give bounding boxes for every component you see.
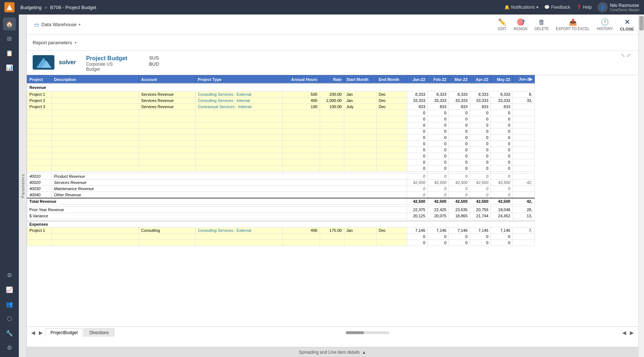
table-row: 00000 [27,110,535,116]
scrollbar-thumb[interactable] [639,16,644,30]
assign-button[interactable]: 🎯 ASSIGN [514,18,528,31]
sidebar-item-home[interactable]: 🏠 [3,17,16,30]
user-info[interactable]: 👤 Nils Rasmusse CoreDemo Master [598,2,640,12]
cell-may1[interactable]: 8,333 [491,91,513,98]
horizontal-scrollbar-thumb[interactable] [346,331,364,334]
cell-jan1[interactable]: 8,333 [407,91,427,98]
col-account: Account [139,75,196,84]
tab-project-budget[interactable]: ProjectBudget [45,328,83,337]
expand-icon-2[interactable]: ⤢ [627,52,631,58]
cell-end1[interactable]: Dec [376,91,407,98]
cell-jun1[interactable]: 8, [513,91,535,98]
vertical-scrollbar[interactable] [638,15,644,357]
left-sidebar: 🏠 ⊞ 📋 📊 ⚙ 📈 👥 ⬡ 🔧 ⚙ [0,15,19,357]
cell-project2[interactable]: Project 2 [27,98,52,104]
cell-mar3[interactable]: 833 [449,104,470,110]
cell-type2[interactable]: Consulting Services - Internal [196,98,283,104]
sidebar-item-tools[interactable]: 🔧 [3,327,16,340]
cell-jun3[interactable] [513,104,535,110]
cell-hours3[interactable]: 100 [283,104,320,110]
scroll-right-button[interactable]: ▶ [628,330,635,336]
sidebar-item-dashboard[interactable]: ⊞ [3,32,16,45]
cell-exp-acct1[interactable]: Consulting [139,227,196,234]
cell-exp-hours1[interactable]: 490 [283,227,320,234]
cell-mar2[interactable]: 33,333 [449,98,470,104]
prior-year-label: Prior Year Revenue [27,207,407,213]
grid-header-row: Project Description Account Project Type… [27,75,535,84]
edit-button[interactable]: ✏️ EDIT [498,18,506,31]
sidebar-item-api[interactable]: ⬡ [3,312,16,325]
cell-exp-end1[interactable]: Dec [376,227,407,234]
sidebar-item-users[interactable]: 👥 [3,298,16,311]
breadcrumb: Budgeting > B708 - Project Budget [20,5,96,10]
help-label: Help [583,5,592,10]
expand-icon-1[interactable]: ⤡ [621,52,625,58]
cell-may3[interactable]: 833 [491,104,513,110]
cell-feb1[interactable]: 8,333 [428,91,449,98]
delete-button[interactable]: 🗑 DELETE [534,19,549,31]
cell-exp-type1[interactable]: Consulting Services - External [196,227,283,234]
notifications-button[interactable]: 🔔 Notifications ▾ [504,5,538,10]
sidebar-item-chart[interactable]: 📈 [3,283,16,296]
spreading-bar[interactable]: Spreading and Line item details ▲ [27,347,638,357]
dw-arrow[interactable]: ▾ [79,22,81,26]
cell-acct2[interactable]: Services Revenue [139,98,196,104]
tab-directions[interactable]: Directions [84,328,114,337]
scroll-left-button[interactable]: ◀ [621,330,628,336]
cell-mar1[interactable]: 8,333 [449,91,470,98]
desc-40030: Maintenance Revenue [52,186,407,192]
cell-jun2[interactable]: 33, [513,98,535,104]
cell-end3[interactable]: Dec [376,104,407,110]
cell-feb2[interactable]: 33,333 [428,98,449,104]
cell-rate2[interactable]: 1,000.00 [320,98,344,104]
cell-rate3[interactable]: 100.00 [320,104,344,110]
cell-acct3[interactable]: Services Revenue [139,104,196,110]
cell-end2[interactable]: Dec [376,98,407,104]
history-button[interactable]: 🕐 HISTORY [597,18,613,31]
cell-acct1[interactable]: Services Revenue [139,91,196,98]
feedback-button[interactable]: 💬 Feedback [544,5,570,10]
cell-type1[interactable]: Consulting Services - External [196,91,283,98]
cell-project3[interactable]: Project 3 [27,104,52,110]
scrollbar-track[interactable] [639,16,644,357]
tab-next-button[interactable]: ▶ [37,330,44,336]
sidebar-item-data[interactable]: 📊 [3,61,16,74]
solver-logo-text: solver [59,59,76,66]
cell-start1[interactable]: Jan [344,91,376,98]
cell-hours1[interactable]: 500 [283,91,320,98]
dw-icon-toolbar: 🗃 [34,22,39,28]
tab-prev-button[interactable]: ◀ [30,330,37,336]
sidebar-item-settings[interactable]: ⚙ [3,341,16,354]
cell-rate1[interactable]: 200.00 [320,91,344,98]
breadcrumb-budgeting[interactable]: Budgeting [20,5,42,10]
code-40040: 40040 [27,192,52,198]
cell-start3[interactable]: July [344,104,376,110]
spreadsheet-scroll[interactable]: Project Description Account Project Type… [27,75,638,327]
cell-apr2[interactable]: 33,333 [470,98,491,104]
cell-may2[interactable]: 33,333 [491,98,513,104]
help-button[interactable]: ❓ Help [576,5,592,10]
cell-project1[interactable]: Project 1 [27,91,52,98]
cell-hours2[interactable]: 400 [283,98,320,104]
cell-apr3[interactable]: 833 [470,104,491,110]
report-params-arrow[interactable]: ▾ [75,41,77,45]
cell-exp-project1[interactable]: Project 1 [27,227,52,234]
cell-feb3[interactable]: 833 [428,104,449,110]
cell-exp-start1[interactable]: Jan [344,227,376,234]
export-button[interactable]: 📤 EXPORT TO EXCEL [556,18,590,31]
cell-start2[interactable]: Jan [344,98,376,104]
cell-type3[interactable]: Contractual Services - Internal [196,104,283,110]
total-revenue-label: Total Revenue [27,198,407,205]
horizontal-scrollbar-track[interactable] [346,331,389,334]
cell-jan2[interactable]: 33,333 [407,98,427,104]
parameters-sidebar[interactable]: Parameters [19,15,27,357]
col-jun22: Jun-2▶ [513,75,535,84]
spreading-bar-chevron: ▲ [362,350,366,355]
cell-exp-rate1[interactable]: 175.00 [320,227,344,234]
close-button[interactable]: ✕ CLOSE [620,18,634,31]
report-params-label[interactable]: Report parameters [33,40,72,45]
sidebar-item-reports[interactable]: 📋 [3,46,16,60]
cell-apr1[interactable]: 8,333 [470,91,491,98]
cell-jan3[interactable]: 833 [407,104,427,110]
sidebar-item-filter[interactable]: ⚙ [3,268,16,282]
